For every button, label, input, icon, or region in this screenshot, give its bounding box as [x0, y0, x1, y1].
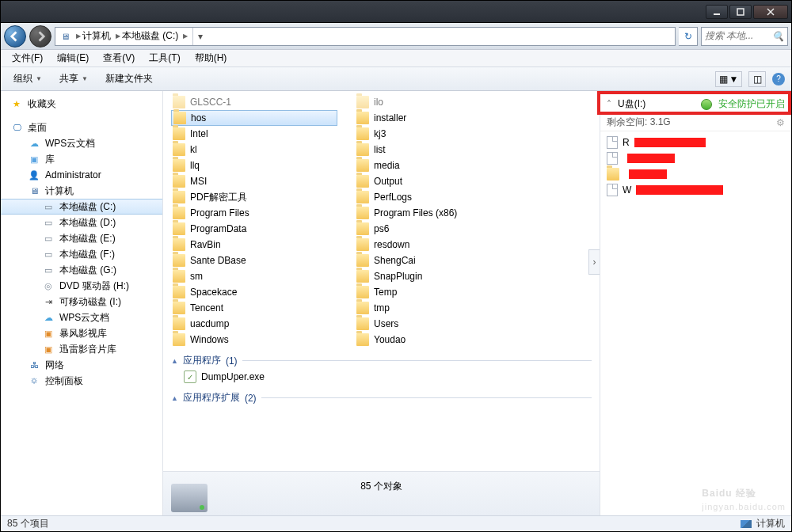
nav-desktop[interactable]: 🖵桌面: [1, 120, 162, 135]
folder-item[interactable]: Youdao: [355, 332, 521, 348]
nav-drive-item[interactable]: ▭本地磁盘 (F:): [1, 246, 162, 262]
redacted-text: [627, 154, 675, 163]
nav-drive-item[interactable]: ▣迅雷影音片库: [1, 341, 162, 357]
search-input[interactable]: 搜索 本地... 🔍: [701, 27, 788, 46]
folder-item[interactable]: SnapPlugin: [355, 268, 521, 284]
folder-icon: [173, 96, 185, 108]
folder-item[interactable]: list: [355, 142, 521, 158]
folder-icon: [356, 159, 369, 172]
nav-favorites[interactable]: ★收藏夹: [1, 96, 162, 112]
help-icon[interactable]: ?: [772, 73, 785, 86]
nav-drive-item[interactable]: ▭本地磁盘 (C:): [1, 199, 162, 215]
back-button[interactable]: [4, 25, 26, 48]
nav-drive-item[interactable]: ▣暴风影视库: [1, 325, 162, 341]
folder-item[interactable]: tmp: [355, 300, 521, 316]
group-applications[interactable]: ▲ 应用程序 (1): [171, 354, 592, 367]
breadcrumb-tail[interactable]: ▶: [183, 32, 188, 40]
folder-item[interactable]: media: [355, 158, 521, 173]
folder-item[interactable]: PDF解密工具: [171, 189, 337, 205]
folder-item[interactable]: ProgramData: [171, 221, 337, 237]
nav-drive-item[interactable]: ▭本地磁盘 (E:): [1, 230, 162, 246]
menu-tools[interactable]: 工具(T): [143, 50, 186, 66]
share-button[interactable]: 共享▼: [53, 70, 94, 88]
folder-icon: [173, 143, 185, 156]
folder-item[interactable]: ps6: [355, 221, 521, 237]
sidepanel-drive-label[interactable]: U盘(I:): [618, 97, 645, 111]
folder-icon: [173, 159, 185, 172]
maximize-button[interactable]: [729, 5, 752, 19]
redacted-text: [634, 138, 706, 147]
folder-item[interactable]: Program Files (x86): [355, 205, 521, 221]
folder-item[interactable]: resdown: [355, 237, 521, 253]
breadcrumb-segment[interactable]: ▶计算机: [76, 29, 111, 43]
menu-file[interactable]: 文件(F): [6, 50, 49, 66]
nav-drive-item[interactable]: ☁WPS云文档: [1, 310, 162, 325]
folder-item[interactable]: kj3: [355, 126, 521, 142]
preview-expand-handle[interactable]: ›: [588, 249, 600, 275]
nav-administrator[interactable]: 👤Administrator: [1, 167, 162, 183]
nav-network[interactable]: 🖧网络: [1, 357, 162, 373]
preview-pane-button[interactable]: ◫: [748, 71, 766, 87]
folder-item[interactable]: Intel: [171, 126, 337, 142]
folder-icon: [356, 175, 369, 188]
folder-item[interactable]: GLSCC-1: [171, 94, 337, 110]
file-item[interactable]: ✓ DumpUper.exe: [182, 369, 592, 385]
address-dropdown[interactable]: ▾: [192, 28, 207, 45]
newfolder-button[interactable]: 新建文件夹: [99, 70, 159, 88]
refresh-button[interactable]: ↻: [679, 27, 698, 46]
folder-item[interactable]: uacdump: [171, 316, 337, 332]
chevron-up-icon[interactable]: ˄: [607, 99, 611, 110]
menu-view[interactable]: 查看(V): [97, 50, 141, 66]
group-extensions[interactable]: ▲ 应用程序扩展 (2): [171, 391, 592, 405]
control-panel-icon: ⛭: [28, 374, 40, 387]
folder-item[interactable]: sm: [171, 268, 337, 284]
explorer-body: ★收藏夹 🖵桌面 ☁WPS云文档 ▣库 👤Administrator 🖥计算机 …: [1, 91, 791, 515]
folder-item[interactable]: MSI: [171, 173, 337, 189]
nav-drive-item[interactable]: ▭本地磁盘 (D:): [1, 215, 162, 230]
nav-drive-item[interactable]: ◎DVD 驱动器 (H:): [1, 278, 162, 294]
sidepanel-file-item[interactable]: [607, 150, 785, 166]
folder-item[interactable]: Spacekace: [171, 284, 337, 300]
folder-item[interactable]: PerfLogs: [355, 189, 521, 205]
organize-button[interactable]: 组织▼: [7, 70, 48, 88]
file-icon: [607, 136, 618, 149]
sidepanel-file-item[interactable]: [607, 166, 785, 182]
nav-control-panel[interactable]: ⛭控制面板: [1, 373, 162, 389]
menu-edit[interactable]: 编辑(E): [51, 50, 95, 66]
forward-button[interactable]: [29, 25, 51, 48]
folder-icon: [356, 286, 369, 298]
folder-icon: [356, 191, 369, 203]
folder-item[interactable]: Output: [355, 173, 521, 189]
nav-wps-cloud[interactable]: ☁WPS云文档: [1, 135, 162, 151]
sidepanel-file-item[interactable]: W: [607, 182, 785, 198]
nav-drive-item[interactable]: ⇥可移动磁盘 (I:): [1, 294, 162, 310]
redacted-text: [636, 185, 723, 195]
folder-item[interactable]: hos: [171, 110, 337, 126]
menu-help[interactable]: 帮助(H): [188, 50, 234, 66]
folder-item[interactable]: Windows: [171, 332, 337, 348]
folder-item[interactable]: Sante DBase: [171, 253, 337, 268]
folder-item[interactable]: Users: [355, 316, 521, 332]
nav-drive-item[interactable]: ▭本地磁盘 (G:): [1, 262, 162, 278]
file-list[interactable]: GLSCC-1hosIntelklllqMSIPDF解密工具Program Fi…: [163, 91, 600, 471]
folder-item[interactable]: Tencent: [171, 300, 337, 316]
folder-item[interactable]: Program Files: [171, 205, 337, 221]
folder-item[interactable]: kl: [171, 142, 337, 158]
view-mode-button[interactable]: ▦▼: [715, 71, 742, 87]
nav-libraries[interactable]: ▣库: [1, 151, 162, 167]
folder-item[interactable]: llq: [171, 158, 337, 173]
close-button[interactable]: [753, 5, 788, 19]
nav-computer[interactable]: 🖥计算机: [1, 183, 162, 199]
folder-item[interactable]: ilo: [355, 94, 521, 110]
folder-item[interactable]: ShengCai: [355, 253, 521, 268]
sidepanel-file-item[interactable]: R: [607, 135, 785, 150]
folder-item[interactable]: RavBin: [171, 237, 337, 253]
address-bar[interactable]: 🖥 ▶计算机 ▶本地磁盘 (C:) ▶ ▾: [55, 27, 676, 46]
folder-item[interactable]: installer: [355, 110, 521, 126]
minimize-button[interactable]: [706, 5, 728, 19]
gear-icon[interactable]: ⚙: [776, 117, 785, 128]
drive-icon: ▣: [42, 343, 55, 355]
breadcrumb-segment[interactable]: ▶本地磁盘 (C:): [116, 29, 178, 43]
navigation-pane[interactable]: ★收藏夹 🖵桌面 ☁WPS云文档 ▣库 👤Administrator 🖥计算机 …: [1, 91, 163, 515]
folder-item[interactable]: Temp: [355, 284, 521, 300]
